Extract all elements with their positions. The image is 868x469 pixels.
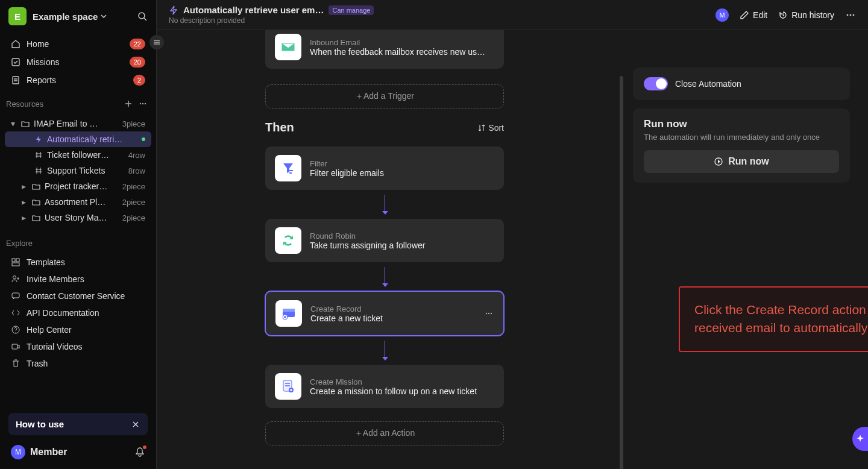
user-plus-icon — [11, 274, 20, 284]
nav-invite[interactable]: Invite Members — [5, 271, 151, 288]
filter-icon — [275, 155, 301, 181]
nav-api[interactable]: API Documentation — [5, 304, 151, 321]
inbox-icon — [275, 34, 301, 60]
check-icon — [11, 57, 20, 67]
document-icon — [11, 75, 20, 85]
svg-rect-2 — [13, 77, 19, 84]
bolt-icon — [169, 5, 178, 15]
tree-item-followers[interactable]: Ticket follower… 4row — [5, 147, 151, 163]
nav-label: Missions — [27, 57, 59, 67]
add-trigger-button[interactable]: ＋Add a Trigger — [265, 84, 504, 109]
trash-icon — [11, 359, 20, 368]
workspace-switcher[interactable]: E Example space — [0, 0, 156, 33]
svg-point-0 — [139, 13, 145, 19]
plus-icon: ＋ — [354, 428, 363, 438]
home-icon — [11, 39, 20, 49]
page-title: Automatically retrieve user em… — [183, 5, 324, 15]
connector — [385, 195, 385, 214]
more-icon[interactable] — [845, 10, 856, 20]
bell-icon[interactable] — [134, 447, 145, 458]
nav-trash[interactable]: Trash — [5, 355, 151, 372]
status-dot — [142, 137, 145, 141]
tree-item-automation[interactable]: Automatically retri… — [5, 131, 151, 147]
nav-templates[interactable]: Templates — [5, 254, 151, 271]
search-icon[interactable] — [137, 11, 148, 22]
add-action-button[interactable]: ＋Add an Action — [265, 421, 504, 445]
add-resource-button[interactable] — [121, 98, 136, 110]
history-icon — [778, 10, 788, 20]
more-icon[interactable] — [136, 98, 150, 110]
more-icon[interactable] — [484, 309, 494, 318]
how-to-use-card[interactable]: How to use — [8, 413, 148, 435]
connector — [385, 267, 385, 286]
card-label: Inbound Email — [310, 38, 494, 47]
tree-item-assortment[interactable]: ▸ Assortment Pl… 2piece — [5, 194, 151, 210]
scrollbar-thumb[interactable] — [620, 76, 623, 469]
nav-home[interactable]: Home 22 — [5, 35, 151, 53]
sort-button[interactable]: Sort — [477, 123, 504, 133]
caret-down-icon[interactable]: ▾ — [11, 119, 17, 128]
action-create-mission[interactable]: Create Mission Create a mission to follo… — [265, 365, 504, 408]
workspace-badge: E — [8, 7, 27, 25]
run-desc: The automation will run immediately and … — [644, 133, 839, 142]
folder-icon — [31, 197, 41, 207]
pencil-icon — [740, 10, 749, 20]
instruction-overlay: Click the Create Record action to config… — [679, 286, 868, 352]
nav-badge: 22 — [130, 39, 145, 49]
svg-rect-12 — [12, 344, 17, 349]
card-text: When the feedback mailbox receives new u… — [310, 47, 494, 57]
svg-point-4 — [142, 103, 143, 104]
svg-point-20 — [486, 313, 487, 314]
tree-item-userstory[interactable]: ▸ User Story Ma… 2piece — [5, 210, 151, 225]
action-filter[interactable]: Filter Filter eligible emails — [265, 146, 504, 190]
action-round-robin[interactable]: Round Robin Take turns assigning a follo… — [265, 219, 504, 262]
svg-point-5 — [145, 103, 146, 104]
caret-right-icon[interactable]: ▸ — [22, 213, 28, 222]
svg-rect-10 — [12, 293, 19, 298]
template-icon — [11, 257, 20, 267]
video-icon — [11, 342, 20, 351]
automation-toggle-card: Close Automation — [633, 68, 850, 100]
sort-icon — [477, 124, 486, 132]
chat-icon — [11, 291, 20, 301]
trigger-inbound-email[interactable]: Inbound Email When the feedback mailbox … — [265, 30, 504, 69]
nav-tutorials[interactable]: Tutorial Videos — [5, 338, 151, 355]
nav-label: Home — [27, 39, 49, 49]
nav-contact[interactable]: Contact Customer Service — [5, 288, 151, 304]
svg-rect-18 — [283, 309, 295, 312]
canvas[interactable]: Inbound Email When the feedback mailbox … — [157, 30, 868, 469]
avatar: M — [11, 445, 25, 459]
close-icon[interactable] — [131, 420, 140, 429]
nav-missions[interactable]: Missions 20 — [5, 53, 151, 71]
permission-badge: Can manage — [329, 5, 374, 15]
action-create-record[interactable]: Create Record Create a new ticket — [265, 291, 504, 336]
run-now-button[interactable]: Run now — [644, 150, 839, 173]
tree-item-tickets[interactable]: Support Tickets 8row — [5, 163, 151, 178]
nav-help[interactable]: Help Center — [5, 321, 151, 338]
scrollbar[interactable] — [620, 66, 623, 457]
tree-item-imap[interactable]: ▾ IMAP Email to … 3piece — [5, 116, 151, 131]
run-now-card: Run now The automation will run immediat… — [633, 109, 850, 183]
then-header: Then Sort — [265, 121, 504, 134]
folder-icon — [31, 213, 41, 222]
nav-badge: 2 — [133, 75, 145, 86]
workspace-name: Example space — [33, 11, 131, 22]
connector — [385, 341, 385, 360]
tree-item-project[interactable]: ▸ Project tracker… 2piece — [5, 178, 151, 194]
table-plus-icon — [275, 300, 302, 327]
caret-right-icon[interactable]: ▸ — [22, 197, 28, 207]
caret-right-icon[interactable]: ▸ — [22, 181, 28, 191]
run-history-button[interactable]: Run history — [778, 10, 834, 20]
nav-badge: 20 — [130, 57, 145, 68]
automation-toggle[interactable] — [644, 77, 668, 90]
edit-button[interactable]: Edit — [740, 10, 767, 20]
svg-rect-7 — [16, 259, 19, 262]
folder-icon — [31, 181, 41, 191]
svg-point-13 — [847, 14, 849, 16]
resources-header: Resources — [0, 92, 156, 113]
svg-point-15 — [853, 14, 855, 16]
avatar[interactable]: M — [715, 8, 729, 22]
help-icon — [11, 325, 20, 335]
member-row[interactable]: M Member — [5, 440, 151, 464]
nav-reports[interactable]: Reports 2 — [5, 71, 151, 89]
